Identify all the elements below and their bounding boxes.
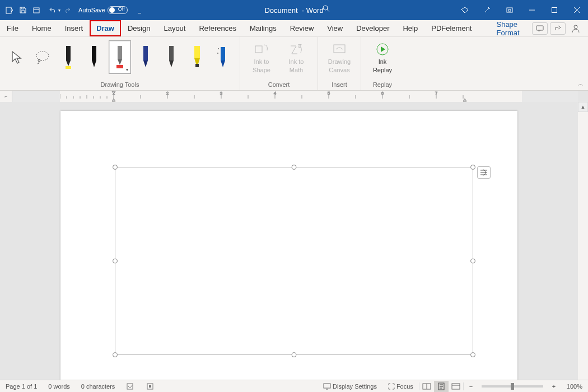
- undo-icon[interactable]: ▾: [48, 4, 60, 16]
- svg-marker-26: [221, 60, 225, 67]
- autosave-switch[interactable]: Off: [108, 6, 128, 14]
- document-page[interactable]: [60, 111, 517, 380]
- view-web-layout[interactable]: [449, 381, 463, 392]
- svg-rect-22: [194, 46, 200, 58]
- svg-rect-70: [452, 384, 460, 389]
- lasso-tool[interactable]: [31, 40, 54, 74]
- tab-view[interactable]: View: [320, 20, 349, 36]
- tab-pdfelement[interactable]: PDFelement: [424, 20, 478, 36]
- selected-drawing-canvas[interactable]: [115, 167, 473, 355]
- qat-customize-icon[interactable]: ⎯: [133, 4, 146, 16]
- tab-developer[interactable]: Developer: [349, 20, 396, 36]
- resize-handle[interactable]: [292, 352, 297, 357]
- window-title: Document - Word: [264, 6, 323, 15]
- svg-text:7: 7: [435, 91, 438, 96]
- svg-rect-0: [6, 7, 11, 13]
- group-label-tools: Drawing Tools: [101, 81, 139, 89]
- svg-text:6: 6: [381, 91, 384, 96]
- tab-home[interactable]: Home: [25, 20, 58, 36]
- svg-text:2: 2: [166, 91, 169, 96]
- resize-handle[interactable]: [292, 165, 297, 170]
- tab-review[interactable]: Review: [283, 20, 321, 36]
- zoom-thumb[interactable]: [511, 383, 514, 390]
- premium-icon[interactable]: [454, 0, 476, 20]
- svg-marker-31: [381, 46, 385, 52]
- ribbon-display-icon[interactable]: [498, 0, 521, 20]
- tab-layout[interactable]: Layout: [157, 20, 192, 36]
- comments-icon[interactable]: [532, 22, 548, 35]
- minimize-button[interactable]: [521, 0, 543, 20]
- share-icon[interactable]: [550, 22, 566, 35]
- tab-shape-format[interactable]: Shape Format: [489, 20, 532, 36]
- pen-red-selected[interactable]: ▾: [109, 40, 131, 74]
- focus-button[interactable]: Focus: [382, 383, 419, 390]
- display-settings-button[interactable]: Display Settings: [318, 383, 382, 390]
- ribbon: ▾ Drawing Tools Ink to Shape: [0, 37, 588, 91]
- maximize-button[interactable]: [543, 0, 566, 20]
- resize-handle[interactable]: [113, 352, 118, 357]
- status-bar: Page 1 of 1 0 words 0 characters Display…: [0, 380, 588, 392]
- tab-draw[interactable]: Draw: [90, 20, 121, 36]
- scroll-up-icon[interactable]: ▲: [578, 102, 588, 112]
- autosave-toggle[interactable]: AutoSave Off: [78, 6, 128, 14]
- resize-handle[interactable]: [113, 259, 118, 264]
- vertical-scrollbar[interactable]: ▲: [578, 102, 588, 380]
- account-icon[interactable]: [568, 22, 584, 35]
- tab-help[interactable]: Help: [396, 20, 424, 36]
- page-area[interactable]: [0, 102, 578, 380]
- svg-text:3: 3: [220, 91, 223, 96]
- select-tool[interactable]: [6, 40, 28, 74]
- pen-black-yellow[interactable]: [57, 40, 80, 74]
- resize-handle[interactable]: [470, 259, 475, 264]
- status-chars[interactable]: 0 characters: [76, 383, 121, 390]
- tab-file[interactable]: File: [0, 20, 25, 36]
- zoom-slider[interactable]: [482, 385, 543, 388]
- search-button[interactable]: [322, 4, 330, 12]
- view-print-layout[interactable]: [434, 381, 449, 392]
- collapse-ribbon-icon[interactable]: ︿: [578, 80, 584, 88]
- pen-black[interactable]: [83, 40, 105, 74]
- status-page[interactable]: Page 1 of 1: [0, 383, 43, 390]
- qat-open-icon[interactable]: [30, 4, 43, 16]
- resize-handle[interactable]: [470, 165, 475, 170]
- tab-mailings[interactable]: Mailings: [243, 20, 283, 36]
- ink-to-math-button[interactable]: π Ink to Math: [281, 40, 312, 73]
- svg-rect-24: [195, 64, 199, 67]
- close-button[interactable]: [566, 0, 588, 20]
- redo-icon[interactable]: [62, 4, 74, 16]
- view-read-mode[interactable]: [419, 381, 434, 392]
- zoom-in-button[interactable]: +: [547, 381, 561, 392]
- svg-rect-1: [34, 8, 39, 13]
- pen-gray[interactable]: [160, 40, 183, 74]
- menu-bar: File Home Insert Draw Design Layout Refe…: [0, 20, 588, 37]
- svg-rect-13: [92, 46, 96, 60]
- status-spelling-icon[interactable]: [120, 382, 141, 390]
- svg-rect-66: [149, 385, 151, 388]
- tab-design[interactable]: Design: [121, 20, 157, 36]
- svg-rect-3: [507, 8, 512, 12]
- svg-rect-18: [143, 46, 148, 60]
- status-macro-icon[interactable]: [141, 382, 160, 390]
- layout-options-icon[interactable]: [477, 166, 491, 179]
- zoom-out-button[interactable]: −: [464, 381, 478, 392]
- ink-replay-button[interactable]: Ink Replay: [367, 40, 398, 73]
- ink-to-shape-button[interactable]: Ink to Shape: [246, 40, 277, 73]
- svg-rect-4: [508, 10, 511, 11]
- resize-handle[interactable]: [470, 352, 475, 357]
- chevron-down-icon[interactable]: ▾: [126, 67, 128, 72]
- zoom-level[interactable]: 100%: [561, 383, 588, 390]
- tab-references[interactable]: References: [192, 20, 242, 36]
- drawing-canvas-button[interactable]: Drawing Canvas: [324, 40, 355, 73]
- resize-handle[interactable]: [113, 165, 118, 170]
- status-words[interactable]: 0 words: [43, 383, 76, 390]
- qat-export-icon[interactable]: [3, 4, 16, 16]
- pen-blue-galaxy[interactable]: [134, 40, 157, 74]
- ribbon-group-convert: Ink to Shape π Ink to Math Convert: [240, 37, 318, 90]
- tab-insert[interactable]: Insert: [58, 20, 90, 36]
- highlighter-yellow[interactable]: [186, 40, 208, 74]
- ruler-corner: ⌐: [0, 91, 12, 102]
- save-icon[interactable]: [17, 4, 29, 16]
- pen-sparkle-blue[interactable]: [212, 40, 234, 74]
- horizontal-ruler[interactable]: 1 2 3 4 5 6 7: [12, 91, 578, 102]
- coming-soon-icon[interactable]: [476, 0, 498, 20]
